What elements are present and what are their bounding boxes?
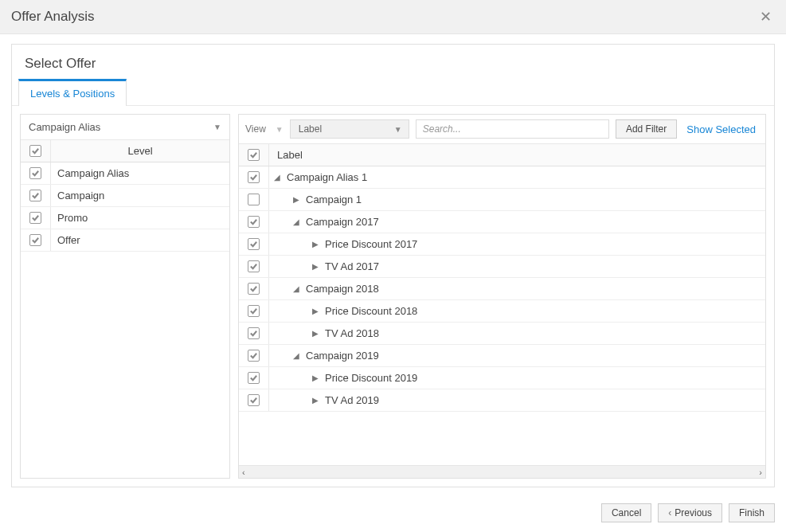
cancel-button[interactable]: Cancel xyxy=(601,503,651,522)
tree-label-cell: ▶TV Ad 2019 xyxy=(269,390,765,410)
tree-row[interactable]: ▶Price Discount 2018 xyxy=(239,300,765,323)
collapse-icon[interactable]: ▶ xyxy=(312,307,322,315)
collapse-icon[interactable]: ▶ xyxy=(293,195,303,204)
grid-select-all[interactable] xyxy=(239,144,269,166)
tree-label: TV Ad 2017 xyxy=(325,260,379,272)
tree-label-cell: ▶Price Discount 2018 xyxy=(269,301,765,321)
tree-row[interactable]: ◢Campaign 2019 xyxy=(239,345,765,367)
checkbox-icon xyxy=(29,212,41,224)
level-label: Campaign Alias xyxy=(51,162,229,184)
tree-label-cell: ▶Price Discount 2017 xyxy=(269,234,765,254)
row-checkbox[interactable] xyxy=(239,323,269,344)
panel-title: Select Offer xyxy=(12,45,774,78)
column-dropdown[interactable]: Label ▼ xyxy=(290,119,409,139)
scroll-left-icon[interactable]: ‹ xyxy=(242,467,245,477)
finish-button[interactable]: Finish xyxy=(729,503,775,522)
row-checkbox[interactable] xyxy=(239,166,269,188)
dialog-body: Select Offer Levels & Positions Campaign… xyxy=(0,34,786,495)
levels-pane: Campaign Alias ▼ Level Campaign AliasCam… xyxy=(20,114,230,479)
checkbox-icon xyxy=(29,145,41,157)
show-selected-link[interactable]: Show Selected xyxy=(683,123,759,135)
tree-row[interactable]: ▶Campaign 1 xyxy=(239,189,765,211)
tree-label-cell: ▶Campaign 1 xyxy=(269,190,765,209)
checkbox-icon xyxy=(248,238,260,250)
collapse-icon[interactable]: ▶ xyxy=(312,374,322,382)
level-checkbox[interactable] xyxy=(21,162,51,184)
dialog-footer: Cancel ‹ Previous Finish xyxy=(0,495,786,532)
tree-row[interactable]: ▶Price Discount 2019 xyxy=(239,367,765,389)
levels-header-label: Level xyxy=(51,140,229,162)
row-checkbox[interactable] xyxy=(239,233,269,255)
row-checkbox[interactable] xyxy=(239,345,269,366)
level-label: Promo xyxy=(51,207,229,229)
row-checkbox[interactable] xyxy=(239,256,269,277)
checkbox-icon xyxy=(248,171,260,183)
expand-icon[interactable]: ◢ xyxy=(293,284,303,293)
levels-select-all[interactable] xyxy=(21,140,51,162)
tree-row[interactable]: ◢Campaign 2018 xyxy=(239,278,765,300)
levels-header-row: Level xyxy=(21,140,229,162)
row-checkbox[interactable] xyxy=(239,300,269,322)
tab-levels-positions[interactable]: Levels & Positions xyxy=(18,79,127,106)
collapse-icon[interactable]: ▶ xyxy=(312,329,322,338)
row-checkbox[interactable] xyxy=(239,189,269,210)
tree-label-cell: ◢Campaign 2019 xyxy=(269,346,765,366)
tree-row[interactable]: ◢Campaign Alias 1 xyxy=(239,166,765,189)
level-label: Campaign xyxy=(51,185,229,206)
toolbar: View ▼ Label ▼ Add Filter Show Selected xyxy=(239,115,765,144)
levels-dropdown[interactable]: Campaign Alias ▼ xyxy=(21,115,229,140)
chevron-down-icon[interactable]: ▼ xyxy=(276,125,284,134)
level-row[interactable]: Promo xyxy=(21,207,229,229)
horizontal-scrollbar[interactable]: ‹ › xyxy=(239,465,765,478)
row-checkbox[interactable] xyxy=(239,367,269,389)
chevron-down-icon: ▼ xyxy=(213,123,221,131)
add-filter-button[interactable]: Add Filter xyxy=(616,119,677,139)
tree-row[interactable]: ▶Price Discount 2017 xyxy=(239,233,765,256)
checkbox-icon xyxy=(248,327,260,339)
tree-label-cell: ◢Campaign Alias 1 xyxy=(269,167,765,187)
search-input[interactable] xyxy=(416,119,609,139)
scroll-right-icon[interactable]: › xyxy=(759,467,762,477)
level-checkbox[interactable] xyxy=(21,207,51,229)
collapse-icon[interactable]: ▶ xyxy=(312,396,322,405)
collapse-icon[interactable]: ▶ xyxy=(312,262,322,271)
grid-body: ◢Campaign Alias 1▶Campaign 1◢Campaign 20… xyxy=(239,166,765,465)
level-row[interactable]: Campaign Alias xyxy=(21,162,229,185)
tree-label: Price Discount 2019 xyxy=(325,372,417,384)
tree-label: Price Discount 2017 xyxy=(325,238,417,250)
tree-row[interactable]: ▶TV Ad 2017 xyxy=(239,256,765,278)
level-row[interactable]: Campaign xyxy=(21,185,229,207)
checkbox-icon xyxy=(29,234,41,246)
checkbox-icon xyxy=(248,194,260,205)
expand-icon[interactable]: ◢ xyxy=(293,351,303,360)
tree-row[interactable]: ◢Campaign 2017 xyxy=(239,211,765,233)
tree-label: Campaign 2019 xyxy=(306,350,379,362)
level-row[interactable]: Offer xyxy=(21,229,229,252)
tree-row[interactable]: ▶TV Ad 2019 xyxy=(239,389,765,412)
tree-label-cell: ◢Campaign 2018 xyxy=(269,279,765,299)
previous-button[interactable]: ‹ Previous xyxy=(658,503,722,522)
grid-header-label: Label xyxy=(269,144,765,166)
expand-icon[interactable]: ◢ xyxy=(274,173,284,182)
close-icon[interactable]: ✕ xyxy=(757,8,775,25)
expand-icon[interactable]: ◢ xyxy=(293,217,303,226)
row-checkbox[interactable] xyxy=(239,278,269,299)
checkbox-icon xyxy=(248,394,260,406)
tree-label: Price Discount 2018 xyxy=(325,305,417,317)
tree-row[interactable]: ▶TV Ad 2018 xyxy=(239,323,765,345)
checkbox-icon xyxy=(29,190,41,201)
dialog: Offer Analysis ✕ Select Offer Levels & P… xyxy=(0,0,786,532)
checkbox-icon xyxy=(248,372,260,384)
levels-dropdown-label: Campaign Alias xyxy=(29,121,100,133)
row-checkbox[interactable] xyxy=(239,211,269,233)
tree-label-cell: ◢Campaign 2017 xyxy=(269,212,765,232)
level-checkbox[interactable] xyxy=(21,185,51,206)
tree-label: Campaign 2018 xyxy=(306,283,379,295)
level-checkbox[interactable] xyxy=(21,229,51,251)
checkbox-icon xyxy=(248,350,260,362)
tree-label: Campaign Alias 1 xyxy=(287,171,367,183)
collapse-icon[interactable]: ▶ xyxy=(312,240,322,248)
tree-label-cell: ▶TV Ad 2018 xyxy=(269,323,765,343)
row-checkbox[interactable] xyxy=(239,389,269,411)
tree-label: TV Ad 2018 xyxy=(325,327,379,339)
